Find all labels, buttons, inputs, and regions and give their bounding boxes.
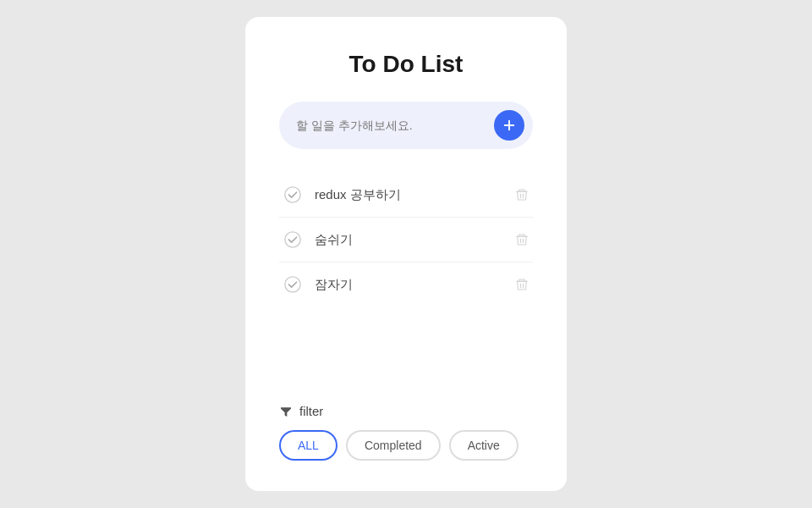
todo-item: redux 공부하기 <box>279 173 533 218</box>
svg-rect-3 <box>516 191 528 193</box>
svg-rect-11 <box>516 281 528 283</box>
todo-text: 숨쉬기 <box>315 232 502 248</box>
todo-item: 잠자기 <box>279 262 533 306</box>
plus-icon <box>502 118 517 133</box>
filter-btn-completed[interactable]: Completed <box>346 430 441 461</box>
filter-icon <box>279 405 293 418</box>
todo-item: 숨쉬기 <box>279 218 533 262</box>
svg-rect-7 <box>516 236 528 238</box>
filter-section: filter ALLCompletedActive <box>279 390 533 461</box>
check-icon[interactable] <box>283 185 303 205</box>
svg-point-6 <box>285 232 300 247</box>
todo-text: 잠자기 <box>315 277 502 293</box>
svg-point-10 <box>285 277 300 292</box>
filter-btn-active[interactable]: Active <box>449 430 518 461</box>
todo-card: To Do List redux 공부하기 <box>245 17 567 491</box>
svg-point-2 <box>285 187 300 202</box>
todo-input[interactable] <box>296 119 486 132</box>
input-row <box>279 102 533 149</box>
filter-buttons: ALLCompletedActive <box>279 430 533 461</box>
delete-button[interactable] <box>514 232 529 247</box>
filter-btn-all[interactable]: ALL <box>279 430 337 461</box>
add-button[interactable] <box>494 110 524 141</box>
todo-text: redux 공부하기 <box>315 187 502 203</box>
check-icon[interactable] <box>283 229 303 250</box>
filter-label: filter <box>299 404 323 418</box>
page-title: To Do List <box>279 51 533 78</box>
todo-list: redux 공부하기 숨쉬기 <box>279 173 533 306</box>
filter-label-row: filter <box>279 404 533 418</box>
check-icon[interactable] <box>283 274 303 295</box>
delete-button[interactable] <box>514 187 529 202</box>
delete-button[interactable] <box>514 277 529 292</box>
